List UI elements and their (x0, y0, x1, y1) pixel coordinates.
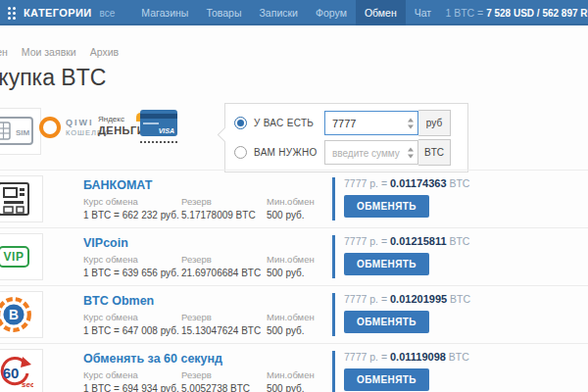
currency-from-badge: руб (418, 110, 451, 136)
categories-grid-icon[interactable] (8, 7, 16, 20)
reserve-label: Резерв (181, 196, 267, 207)
nav-item-chat[interactable]: Чат (406, 0, 440, 25)
atm-icon (0, 175, 43, 222)
rate-value: 1 BTC = 694 934 руб. (83, 383, 181, 392)
nav-item-forum[interactable]: Форум (307, 0, 356, 25)
sub-navigation: Обмен Мои заявки Архив (0, 46, 119, 58)
offer-value: 0.01201995 (390, 293, 447, 305)
svg-text:sec: sec (22, 380, 33, 389)
amount-have-input[interactable] (325, 112, 417, 134)
categories-button[interactable]: КАТЕГОРИИ (24, 7, 92, 19)
radio-you-need[interactable] (234, 146, 247, 159)
exchanger-row-btc-obmen: B BTC Obmen Курс обмена1 BTC = 647 008 р… (0, 286, 588, 344)
visa-card-icon: VISA (140, 110, 177, 136)
offer-value: 0.01119098 (390, 351, 446, 363)
offer-line: 7777 р. = 0.01215811 BTC (344, 235, 469, 247)
rate-label: Курс обмена (83, 312, 181, 322)
min-label: Мин.обмен (267, 196, 335, 207)
exchange-button[interactable]: ОБМЕНЯТЬ (344, 368, 429, 391)
nav-item-exchange[interactable]: Обмен (356, 0, 406, 25)
yandex-word: Яндекс (98, 115, 145, 123)
offer-line: 7777 р. = 0.01174363 BTC (344, 177, 469, 189)
exchanger-list: БАНКОМАТ Курс обмена1 BTC = 662 232 руб.… (0, 170, 588, 392)
btc-obmen-icon: B (0, 291, 43, 338)
rate-value: 1 BTC = 647 008 руб. (83, 325, 181, 336)
reserve-value: 5.17178009 BTC (181, 210, 267, 220)
nav-item-goods[interactable]: Товары (197, 0, 250, 25)
amount-need-stepper[interactable] (408, 147, 414, 158)
exchanger-row-vipcoin: VIP VIPcoin Курс обмена1 BTC = 639 656 р… (0, 228, 588, 286)
offer-section: 7777 р. = 0.01201995 BTC ОБМЕНЯТЬ (332, 293, 470, 336)
amount-have-stepper[interactable] (408, 118, 414, 128)
payment-sim-tile[interactable]: SIM (0, 108, 41, 155)
vipcoin-icon: VIP (0, 233, 43, 280)
min-value: 500 руб. (267, 210, 335, 220)
exchanger-stats: Курс обмена1 BTC = 694 934 руб. Резерв5.… (83, 369, 335, 392)
payment-visa-tile[interactable]: VISA (140, 110, 177, 143)
rate-label: Курс обмена (83, 369, 181, 380)
rate-label: Курс обмена (83, 196, 181, 207)
radio-you-have[interactable] (234, 117, 247, 129)
exchanger-link[interactable]: VIPcoin (83, 236, 128, 250)
offer-line: 7777 р. = 0.01119098 BTC (344, 351, 469, 363)
page: КАТЕГОРИИ все Магазины Товары Записки Фо… (0, 0, 588, 392)
offer-line: 7777 р. = 0.01201995 BTC (344, 293, 470, 305)
exchange-calculator: У ВАС ЕСТЬ руб ВАМ НУЖНО BTC (224, 103, 468, 172)
amount-have-field (324, 111, 418, 135)
reserve-value: 21.69706684 BTC (181, 268, 267, 278)
subnav-exchange[interactable]: Обмен (0, 46, 8, 58)
min-value: 500 руб. (267, 383, 335, 392)
offer-value: 0.01215811 (390, 235, 447, 247)
btc-ticker: 1 BTC = 7 528 USD / 562 897 RUB (445, 0, 588, 26)
main-nav: Магазины Товары Записки Форум Обмен Чат (132, 0, 440, 25)
min-label: Мин.обмен (267, 369, 335, 380)
radio-you-have-label: У ВАС ЕСТЬ (254, 118, 324, 128)
categories-all-link[interactable]: все (100, 8, 116, 19)
offer-section: 7777 р. = 0.01119098 BTC ОБМЕНЯТЬ (332, 351, 469, 392)
min-label: Мин.обмен (267, 312, 335, 322)
exchanger-link[interactable]: БАНКОМАТ (83, 178, 152, 192)
top-navigation-bar: КАТЕГОРИИ все Магазины Товары Записки Фо… (0, 0, 588, 25)
exchanger-stats: Курс обмена1 BTC = 662 232 руб. Резерв5.… (83, 196, 335, 220)
exchanger-row-bankomat: БАНКОМАТ Курс обмена1 BTC = 662 232 руб.… (0, 171, 588, 228)
nav-item-notes[interactable]: Записки (251, 0, 307, 25)
min-value: 500 руб. (267, 268, 335, 278)
exchange-button[interactable]: ОБМЕНЯТЬ (344, 253, 429, 275)
exchanger-link[interactable]: Обменять за 60 секунд (83, 352, 222, 366)
btc-ticker-value: 7 528 USD / 562 897 RUB (486, 8, 588, 19)
qiwi-logo-icon (39, 117, 61, 138)
payment-yandex-money-tile[interactable]: Яндекс ДЕНЬГИ (98, 115, 145, 136)
amount-need-field (324, 140, 418, 165)
calc-row-need: ВАМ НУЖНО BTC (234, 140, 459, 165)
offer-section: 7777 р. = 0.01174363 BTC ОБМЕНЯТЬ (332, 177, 469, 220)
reserve-value: 15.13047624 BTC (181, 325, 267, 336)
currency-to-badge: BTC (418, 139, 451, 166)
subnav-archive[interactable]: Архив (90, 46, 119, 58)
exchanger-row-60sec: 60 sec Обменять за 60 секунд Курс обмена… (0, 344, 588, 392)
btc-ticker-prefix: 1 BTC = (445, 7, 486, 19)
rate-value: 1 BTC = 639 656 руб. (83, 268, 181, 278)
exchanger-stats: Курс обмена1 BTC = 647 008 руб. Резерв15… (83, 312, 335, 336)
calc-row-have: У ВАС ЕСТЬ руб (234, 111, 459, 135)
exchanger-stats: Курс обмена1 BTC = 639 656 руб. Резерв21… (83, 254, 335, 278)
svg-text:SIM: SIM (16, 128, 30, 137)
svg-text:B: B (9, 308, 19, 322)
timer-60sec-icon: 60 sec (0, 349, 43, 392)
page-title: Покупка BTC (0, 65, 106, 91)
subnav-my-requests[interactable]: Мои заявки (22, 46, 76, 58)
offer-section: 7777 р. = 0.01215811 BTC ОБМЕНЯТЬ (332, 235, 469, 278)
rate-value: 1 BTC = 662 232 руб. (83, 210, 181, 220)
exchange-button[interactable]: ОБМЕНЯТЬ (344, 311, 429, 333)
nav-item-shops[interactable]: Магазины (132, 0, 197, 25)
reserve-label: Резерв (181, 312, 267, 322)
exchange-button[interactable]: ОБМЕНЯТЬ (344, 195, 429, 218)
min-label: Мин.обмен (267, 254, 335, 265)
svg-text:60: 60 (3, 365, 20, 381)
visa-active-underline (140, 141, 177, 143)
radio-you-need-label: ВАМ НУЖНО (254, 147, 324, 158)
amount-need-input[interactable] (325, 141, 417, 164)
exchanger-link[interactable]: BTC Obmen (83, 294, 154, 308)
reserve-label: Резерв (181, 254, 267, 265)
min-value: 500 руб. (267, 325, 335, 336)
rate-label: Курс обмена (83, 254, 181, 265)
